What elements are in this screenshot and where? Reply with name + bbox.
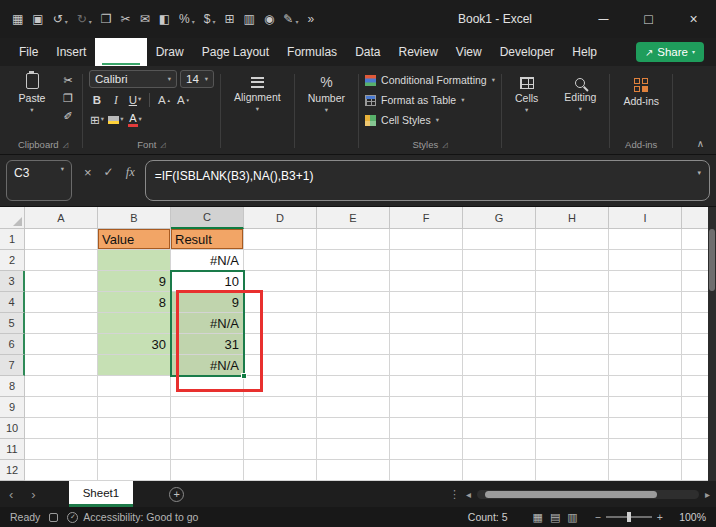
cell-G1[interactable]	[463, 229, 536, 250]
cell-H12[interactable]	[536, 460, 609, 481]
accessibility-status[interactable]: ✓ Accessibility: Good to go	[67, 511, 198, 523]
cell-E9[interactable]	[317, 397, 390, 418]
cell-F1[interactable]	[390, 229, 463, 250]
fill-color-icon[interactable]: ◧	[159, 13, 170, 25]
column-header-partial[interactable]	[682, 207, 708, 229]
cell-I11[interactable]	[609, 439, 682, 460]
sheet-nav-right[interactable]: ›	[22, 487, 44, 502]
partial-column-cell[interactable]	[682, 229, 708, 250]
cell-A1[interactable]	[25, 229, 98, 250]
editing-button[interactable]: Editing ▾	[557, 70, 603, 113]
cell-H7[interactable]	[536, 355, 609, 376]
cell-H4[interactable]	[536, 292, 609, 313]
tab-data[interactable]: Data	[346, 38, 389, 66]
cell-I4[interactable]	[609, 292, 682, 313]
new-sheet-button[interactable]: +	[169, 487, 184, 502]
fill-handle[interactable]	[241, 373, 247, 379]
copy-icon[interactable]: ❐	[101, 13, 112, 25]
column-header-H[interactable]: H	[536, 207, 609, 229]
cut-icon[interactable]: ✂	[121, 13, 131, 25]
column-header-E[interactable]: E	[317, 207, 390, 229]
cell-G7[interactable]	[463, 355, 536, 376]
horizontal-scrollbar-thumb[interactable]	[485, 491, 657, 498]
cell-H5[interactable]	[536, 313, 609, 334]
macro-record-icon[interactable]	[49, 513, 58, 522]
maximize-button[interactable]: □	[626, 0, 671, 38]
column-header-F[interactable]: F	[390, 207, 463, 229]
alignment-button[interactable]: Alignment ▾	[227, 70, 288, 113]
cell-B6[interactable]: 30	[98, 334, 171, 355]
partial-column-cell[interactable]	[682, 355, 708, 376]
cell-F6[interactable]	[390, 334, 463, 355]
cell-C5[interactable]: #N/A	[171, 313, 244, 334]
copy-button[interactable]: ❐	[60, 91, 76, 105]
zoom-out-button[interactable]: −	[595, 511, 601, 523]
undo-icon[interactable]: ↺▾	[53, 13, 68, 25]
zoom-slider[interactable]	[606, 516, 652, 518]
cell-F8[interactable]	[390, 376, 463, 397]
row-header-9[interactable]: 9	[0, 397, 25, 418]
expand-formula-bar-button[interactable]: ▾	[697, 169, 701, 177]
format-as-table-button[interactable]: Format as Table ▾	[365, 91, 464, 109]
tab-review[interactable]: Review	[389, 38, 446, 66]
vertical-scrollbar-thumb[interactable]	[709, 229, 715, 291]
partial-column-cell[interactable]	[682, 334, 708, 355]
insert-function-button[interactable]: fx	[126, 165, 135, 180]
partial-column-cell[interactable]	[682, 313, 708, 334]
column-header-D[interactable]: D	[244, 207, 317, 229]
cell-I2[interactable]	[609, 250, 682, 271]
cancel-button[interactable]: ×	[84, 165, 92, 180]
scrollbar-options-icon[interactable]: ⋮	[449, 488, 460, 501]
cell-H3[interactable]	[536, 271, 609, 292]
cell-H1[interactable]	[536, 229, 609, 250]
collapse-ribbon-button[interactable]: ∧	[697, 138, 704, 149]
formula-input[interactable]: =IF(ISBLANK(B3),NA(),B3+1) ▾	[145, 160, 710, 201]
edit-chart-icon[interactable]: ✎▾	[283, 13, 298, 25]
share-button[interactable]: ↗ Share ▾	[636, 42, 704, 62]
cell-I3[interactable]	[609, 271, 682, 292]
vertical-scrollbar[interactable]	[708, 207, 716, 481]
cell-E4[interactable]	[317, 292, 390, 313]
cell-C10[interactable]	[171, 418, 244, 439]
sheet-nav-left[interactable]: ‹	[0, 487, 22, 502]
cell-C6[interactable]: 31	[171, 334, 244, 355]
cell-I9[interactable]	[609, 397, 682, 418]
cell-F11[interactable]	[390, 439, 463, 460]
bold-button[interactable]: B	[89, 91, 105, 108]
cell-C8[interactable]	[171, 376, 244, 397]
cell-A8[interactable]	[25, 376, 98, 397]
number-button[interactable]: % Number ▾	[301, 70, 352, 114]
cell-E1[interactable]	[317, 229, 390, 250]
cell-A4[interactable]	[25, 292, 98, 313]
minimize-button[interactable]: ─	[581, 0, 626, 38]
cells-button[interactable]: Cells ▾	[508, 70, 545, 114]
cell-F9[interactable]	[390, 397, 463, 418]
borders-button[interactable]: ⊞▾	[89, 111, 105, 128]
partial-column-cell[interactable]	[682, 292, 708, 313]
column-header-B[interactable]: B	[98, 207, 171, 229]
cell-C4[interactable]: 9	[171, 292, 244, 313]
scroll-right-button[interactable]: ▸	[705, 489, 710, 500]
close-button[interactable]: ×	[671, 0, 716, 38]
cell-C11[interactable]	[171, 439, 244, 460]
cell-E11[interactable]	[317, 439, 390, 460]
partial-column-cell[interactable]	[682, 271, 708, 292]
cell-G4[interactable]	[463, 292, 536, 313]
name-box[interactable]: C3 ▾	[6, 160, 72, 201]
cell-B4[interactable]: 8	[98, 292, 171, 313]
cell-H9[interactable]	[536, 397, 609, 418]
cell-C12[interactable]	[171, 460, 244, 481]
tab-view[interactable]: View	[447, 38, 491, 66]
cell-F10[interactable]	[390, 418, 463, 439]
scroll-left-button[interactable]: ◂	[466, 489, 471, 500]
cell-D7[interactable]	[244, 355, 317, 376]
cell-D5[interactable]	[244, 313, 317, 334]
cell-D1[interactable]	[244, 229, 317, 250]
format-painter-button[interactable]: ✐	[60, 109, 76, 123]
tab-insert[interactable]: Insert	[47, 38, 95, 66]
cell-G2[interactable]	[463, 250, 536, 271]
view-page-break-button[interactable]: ▥	[567, 511, 577, 524]
cell-A9[interactable]	[25, 397, 98, 418]
partial-column-cell[interactable]	[682, 376, 708, 397]
cell-I7[interactable]	[609, 355, 682, 376]
